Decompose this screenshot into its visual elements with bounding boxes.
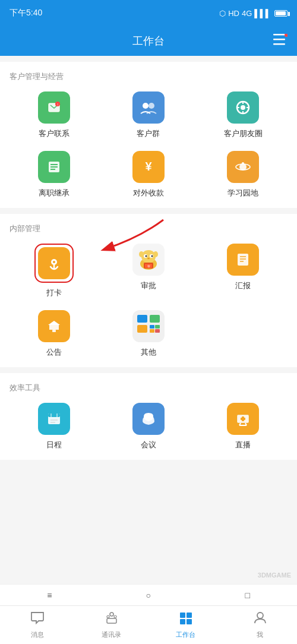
live-label: 直播 bbox=[235, 440, 251, 450]
svg-point-67 bbox=[107, 615, 109, 618]
system-nav-bar: ≡ ○ □ bbox=[0, 584, 297, 605]
customer-moments-label: 客户朋友圈 bbox=[224, 128, 263, 139]
svg-rect-38 bbox=[238, 254, 248, 266]
svg-point-32 bbox=[145, 255, 147, 257]
signal-bars: ▌▌▌ bbox=[254, 9, 271, 18]
svg-rect-66 bbox=[107, 618, 116, 623]
svg-rect-2 bbox=[273, 43, 285, 45]
schedule-label: 日程 bbox=[46, 440, 62, 450]
svg-rect-0 bbox=[273, 34, 285, 36]
svg-rect-72 bbox=[187, 619, 192, 624]
svg-point-9 bbox=[148, 103, 154, 109]
other-item[interactable]: 其他 bbox=[104, 310, 192, 358]
contacts-icon bbox=[105, 611, 119, 628]
status-bar: 下午5:40 ⬡ HD 4G ▌▌▌ bbox=[0, 0, 297, 26]
notice-item[interactable]: 公告 bbox=[10, 310, 98, 358]
internal-management-section: 内部管理 打卡 bbox=[0, 214, 297, 367]
customer-contact-item[interactable]: ! 客户联系 bbox=[10, 91, 98, 139]
payment-item[interactable]: ¥ 对外收款 bbox=[104, 151, 192, 198]
learning-item[interactable]: 学习园地 bbox=[199, 151, 287, 198]
learning-label: 学习园地 bbox=[228, 188, 258, 198]
schedule-item[interactable]: 日程 bbox=[10, 403, 98, 450]
svg-point-73 bbox=[257, 613, 263, 618]
svg-rect-44 bbox=[137, 315, 147, 323]
svg-rect-49 bbox=[150, 329, 154, 333]
punch-card-item[interactable]: 打卡 bbox=[10, 244, 98, 298]
svg-point-34 bbox=[147, 258, 150, 259]
approval-icon: 审 bbox=[132, 244, 165, 276]
signal-label: 4G bbox=[242, 9, 252, 18]
status-time: 下午5:40 bbox=[10, 8, 42, 18]
svg-rect-50 bbox=[155, 329, 160, 333]
svg-point-33 bbox=[151, 255, 153, 257]
internal-management-grid: 打卡 bbox=[10, 244, 287, 358]
customer-management-grid: ! 客户联系 客户群 bbox=[10, 91, 287, 198]
svg-point-23 bbox=[242, 162, 244, 165]
battery-icon bbox=[274, 10, 287, 17]
svg-text:¥: ¥ bbox=[145, 160, 152, 173]
svg-rect-46 bbox=[137, 325, 147, 333]
bluetooth-icon: ⬡ bbox=[219, 9, 226, 18]
approval-item[interactable]: 审 审批 bbox=[104, 244, 192, 298]
svg-rect-65 bbox=[110, 613, 113, 616]
svg-point-68 bbox=[114, 615, 116, 618]
efficiency-tools-grid: 日程 会议 bbox=[10, 403, 287, 450]
svg-point-25 bbox=[53, 261, 55, 263]
svg-text:审: 审 bbox=[147, 264, 150, 268]
efficiency-tools-section: 效率工具 日程 bbox=[0, 373, 297, 460]
messages-icon bbox=[30, 611, 45, 628]
punch-card-label: 打卡 bbox=[46, 288, 62, 298]
nav-me-label: 我 bbox=[257, 630, 263, 639]
other-icon bbox=[132, 310, 165, 342]
svg-rect-71 bbox=[180, 619, 185, 624]
svg-point-3 bbox=[285, 34, 287, 37]
nav-messages[interactable]: 消息 bbox=[0, 606, 74, 644]
report-icon bbox=[227, 244, 259, 276]
meeting-icon bbox=[132, 403, 165, 435]
payment-icon: ¥ bbox=[132, 151, 165, 183]
customer-group-item[interactable]: 客户群 bbox=[104, 91, 192, 139]
nav-contacts-label: 通讯录 bbox=[102, 630, 121, 639]
customer-moments-icon bbox=[227, 91, 259, 124]
me-icon bbox=[253, 611, 267, 628]
sys-back-button[interactable]: ≡ bbox=[47, 591, 52, 600]
svg-rect-64 bbox=[241, 418, 245, 420]
resign-inherit-label: 离职继承 bbox=[39, 188, 69, 198]
status-icons: ⬡ HD 4G ▌▌▌ bbox=[219, 9, 287, 18]
customer-group-icon bbox=[132, 91, 165, 124]
svg-rect-70 bbox=[187, 613, 192, 618]
notice-label: 公告 bbox=[46, 347, 62, 358]
report-label: 汇报 bbox=[235, 280, 251, 291]
payment-label: 对外收款 bbox=[133, 188, 164, 198]
resign-inherit-item[interactable]: 离职继承 bbox=[10, 151, 98, 198]
svg-rect-47 bbox=[150, 325, 154, 329]
workbench-icon bbox=[179, 611, 193, 628]
notice-icon bbox=[38, 310, 70, 342]
nav-workbench[interactable]: 工作台 bbox=[148, 606, 223, 644]
sys-recents-button[interactable]: □ bbox=[245, 591, 249, 600]
svg-rect-48 bbox=[155, 325, 160, 329]
schedule-icon bbox=[38, 403, 70, 435]
app-header: 工作台 bbox=[0, 26, 297, 56]
menu-icon[interactable] bbox=[273, 34, 287, 49]
svg-rect-53 bbox=[48, 413, 60, 417]
customer-group-label: 客户群 bbox=[137, 128, 160, 139]
svg-rect-69 bbox=[180, 613, 185, 618]
customer-moments-item[interactable]: 客户朋友圈 bbox=[199, 91, 287, 139]
live-item[interactable]: 直播 bbox=[199, 403, 287, 450]
svg-point-27 bbox=[141, 250, 156, 263]
meeting-item[interactable]: 会议 bbox=[104, 403, 192, 450]
resign-inherit-icon bbox=[38, 151, 70, 183]
nav-workbench-label: 工作台 bbox=[176, 630, 195, 639]
svg-point-29 bbox=[153, 251, 158, 257]
customer-management-section: 客户管理与经营 ! 客户联系 bbox=[0, 62, 297, 208]
nav-contacts[interactable]: 通讯录 bbox=[74, 606, 148, 644]
report-item[interactable]: 汇报 bbox=[199, 244, 287, 298]
learning-icon bbox=[227, 151, 259, 183]
nav-me[interactable]: 我 bbox=[223, 606, 297, 644]
internal-management-title: 内部管理 bbox=[10, 223, 287, 234]
efficiency-tools-title: 效率工具 bbox=[10, 383, 287, 393]
sys-home-button[interactable]: ○ bbox=[146, 591, 151, 600]
punch-card-icon bbox=[38, 247, 70, 279]
meeting-label: 会议 bbox=[141, 440, 156, 450]
